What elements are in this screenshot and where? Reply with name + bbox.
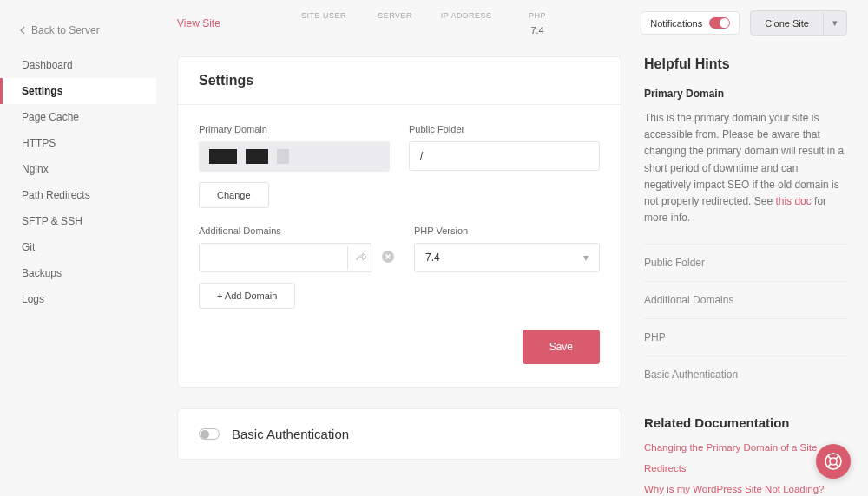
settings-card: Settings Primary Domain bbox=[177, 56, 621, 388]
meta-ip-address: IP ADDRESS bbox=[440, 11, 492, 36]
sidebar-item-settings[interactable]: Settings bbox=[0, 78, 156, 104]
hint-item-public-folder[interactable]: Public Folder bbox=[644, 244, 847, 281]
clone-site-label: Clone Site bbox=[751, 12, 824, 35]
back-link-label: Back to Server bbox=[31, 24, 100, 36]
sidebar-nav: DashboardSettingsPage CacheHTTPSNginxPat… bbox=[0, 52, 156, 312]
share-icon[interactable] bbox=[347, 246, 374, 270]
sidebar-item-backups[interactable]: Backups bbox=[0, 260, 156, 286]
primary-domain-label: Primary Domain bbox=[199, 124, 390, 134]
additional-domain-input[interactable] bbox=[200, 244, 347, 271]
php-version-label: PHP Version bbox=[414, 225, 600, 236]
lifebuoy-icon bbox=[824, 452, 843, 471]
view-site-link[interactable]: View Site bbox=[177, 17, 220, 29]
sidebar: Back to Server DashboardSettingsPage Cac… bbox=[0, 0, 156, 496]
sidebar-item-dashboard[interactable]: Dashboard bbox=[0, 52, 156, 78]
sidebar-item-path-redirects[interactable]: Path Redirects bbox=[0, 182, 156, 208]
topbar: View Site SITE USERSERVERIP ADDRESSPHP7.… bbox=[156, 0, 868, 56]
add-domain-button[interactable]: + Add Domain bbox=[199, 283, 295, 309]
hint-item-php[interactable]: PHP bbox=[644, 318, 847, 356]
php-version-value: 7.4 bbox=[425, 251, 440, 264]
php-version-select[interactable]: 7.4 ▾ bbox=[414, 243, 600, 272]
change-domain-button[interactable]: Change bbox=[199, 182, 269, 208]
hint-item-additional-domains[interactable]: Additional Domains bbox=[644, 281, 847, 318]
related-docs-title: Related Documentation bbox=[644, 415, 847, 430]
clone-site-button[interactable]: Clone Site ▾ bbox=[750, 10, 847, 36]
save-button[interactable]: Save bbox=[523, 330, 600, 364]
basic-auth-title: Basic Authentication bbox=[232, 427, 349, 441]
sidebar-item-sftp-ssh[interactable]: SFTP & SSH bbox=[0, 208, 156, 234]
doc-link[interactable]: Changing the Primary Domain of a Site bbox=[644, 442, 847, 453]
chevron-down-icon: ▾ bbox=[583, 251, 589, 264]
hints-primary-text: This is the primary domain your site is … bbox=[644, 110, 847, 226]
basic-auth-toggle[interactable] bbox=[199, 428, 220, 440]
back-to-server-link[interactable]: Back to Server bbox=[0, 17, 156, 52]
clone-site-dropdown[interactable]: ▾ bbox=[824, 11, 846, 35]
sidebar-item-logs[interactable]: Logs bbox=[0, 286, 156, 312]
additional-domains-label: Additional Domains bbox=[199, 225, 395, 236]
doc-link[interactable]: Why is my WordPress Site Not Loading? bbox=[644, 484, 847, 494]
helpful-hints-panel: Helpful Hints Primary Domain This is the… bbox=[644, 56, 847, 496]
public-folder-input[interactable] bbox=[409, 141, 600, 171]
sidebar-item-page-cache[interactable]: Page Cache bbox=[0, 104, 156, 130]
hints-doc-link[interactable]: this doc bbox=[775, 195, 811, 207]
redacted-domain-part bbox=[277, 149, 289, 164]
primary-domain-display bbox=[199, 141, 390, 172]
redacted-domain-part bbox=[246, 149, 268, 164]
meta-server: SERVER bbox=[369, 11, 421, 36]
sidebar-item-https[interactable]: HTTPS bbox=[0, 130, 156, 156]
sidebar-item-git[interactable]: Git bbox=[0, 234, 156, 260]
toggle-on-icon bbox=[709, 17, 730, 29]
meta-site-user: SITE USER bbox=[298, 11, 350, 36]
hints-title: Helpful Hints bbox=[644, 56, 847, 72]
help-fab[interactable] bbox=[816, 444, 851, 479]
clear-domain-icon[interactable] bbox=[381, 250, 395, 266]
redacted-domain-part bbox=[209, 149, 237, 164]
chevron-left-icon bbox=[19, 26, 26, 35]
sidebar-item-nginx[interactable]: Nginx bbox=[0, 156, 156, 182]
additional-domain-input-wrap bbox=[199, 243, 372, 272]
settings-title: Settings bbox=[178, 57, 621, 105]
basic-auth-card: Basic Authentication bbox=[177, 408, 621, 460]
notifications-label: Notifications bbox=[650, 18, 702, 29]
hint-item-basic-authentication[interactable]: Basic Authentication bbox=[644, 356, 847, 393]
meta-php: PHP7.4 bbox=[511, 11, 563, 36]
hints-primary-heading: Primary Domain bbox=[644, 88, 847, 100]
public-folder-label: Public Folder bbox=[409, 124, 600, 134]
notifications-toggle[interactable]: Notifications bbox=[641, 11, 740, 35]
svg-point-2 bbox=[830, 458, 837, 465]
